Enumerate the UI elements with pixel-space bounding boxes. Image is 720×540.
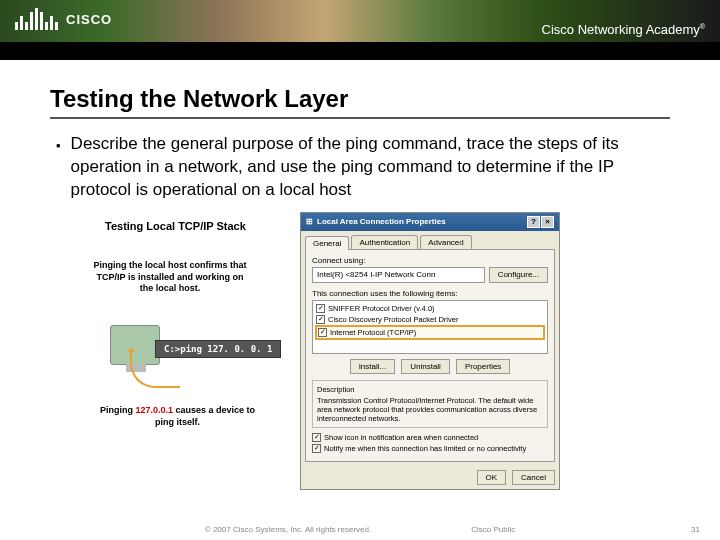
cancel-button[interactable]: Cancel	[512, 470, 555, 485]
connect-using-label: Connect using:	[312, 256, 548, 265]
list-item[interactable]: ✓SNIFFER Protocol Driver (v.4.0)	[315, 303, 545, 314]
command-box: C:>ping 127. 0. 0. 1	[155, 340, 281, 358]
dialog-titlebar: ⊞ Local Area Connection Properties ? ×	[301, 213, 559, 231]
cisco-logo: CISCO	[15, 8, 112, 30]
close-icon[interactable]: ×	[541, 216, 554, 228]
checkbox-icon[interactable]: ✓	[318, 328, 327, 337]
adapter-field: Intel(R) <8254 I-IP Network Conn	[312, 267, 485, 283]
info-text-2: Pinging 127.0.0.1 causes a device to pin…	[90, 405, 265, 428]
checkbox-icon[interactable]: ✓	[316, 315, 325, 324]
copyright-text: © 2007 Cisco Systems, Inc. All rights re…	[205, 525, 371, 534]
install-button[interactable]: Install...	[350, 359, 396, 374]
dialog-body: Connect using: Intel(R) <8254 I-IP Netwo…	[305, 249, 555, 462]
footer-label: Cisco Public	[471, 525, 515, 534]
list-item[interactable]: ✓Cisco Discovery Protocol Packet Driver	[315, 314, 545, 325]
ok-button[interactable]: OK	[477, 470, 507, 485]
properties-dialog: ⊞ Local Area Connection Properties ? × G…	[300, 212, 560, 490]
option-notify[interactable]: ✓Notify me when this connection has limi…	[312, 444, 548, 453]
academy-label: Cisco Networking Academy®	[542, 22, 705, 37]
items-label: This connection uses the following items…	[312, 289, 548, 298]
info-text-1: Pinging the local host confirms that TCP…	[90, 260, 250, 295]
tab-general[interactable]: General	[305, 236, 349, 250]
configure-button[interactable]: Configure...	[489, 267, 548, 283]
help-icon[interactable]: ?	[527, 216, 540, 228]
properties-button[interactable]: Properties	[456, 359, 510, 374]
slide-footer: © 2007 Cisco Systems, Inc. All rights re…	[0, 525, 720, 534]
list-item-highlighted[interactable]: ✓Internet Protocol (TCP/IP)	[315, 325, 545, 340]
bullet-icon: ▪	[56, 137, 61, 202]
black-strip	[0, 42, 720, 60]
option-show-icon[interactable]: ✓Show icon in notification area when con…	[312, 433, 548, 442]
tab-advanced[interactable]: Advanced	[420, 235, 472, 249]
brand-text: CISCO	[66, 12, 112, 27]
description-text: Transmission Control Protocol/Internet P…	[317, 396, 543, 423]
dialog-title: Local Area Connection Properties	[317, 217, 446, 226]
network-icon: ⊞	[306, 217, 313, 226]
description-box: Description Transmission Control Protoco…	[312, 380, 548, 428]
slide-content: Testing the Network Layer ▪ Describe the…	[0, 60, 720, 500]
description-title: Description	[317, 385, 543, 394]
dialog-tabs: General Authentication Advanced	[301, 231, 559, 249]
bullet-item: ▪ Describe the general purpose of the pi…	[50, 133, 670, 202]
protocol-list[interactable]: ✓SNIFFER Protocol Driver (v.4.0) ✓Cisco …	[312, 300, 548, 354]
uninstall-button[interactable]: Uninstall	[401, 359, 450, 374]
checkbox-icon[interactable]: ✓	[312, 433, 321, 442]
cisco-bars-icon	[15, 8, 58, 30]
slide-title: Testing the Network Layer	[50, 85, 670, 119]
bullet-text: Describe the general purpose of the ping…	[71, 133, 670, 202]
checkbox-icon[interactable]: ✓	[312, 444, 321, 453]
checkbox-icon[interactable]: ✓	[316, 304, 325, 313]
banner-header: CISCO Cisco Networking Academy®	[0, 0, 720, 60]
page-number: 31	[691, 525, 700, 534]
diagram-area: Testing Local TCP/IP Stack Pinging the l…	[50, 220, 670, 500]
tab-authentication[interactable]: Authentication	[351, 235, 418, 249]
